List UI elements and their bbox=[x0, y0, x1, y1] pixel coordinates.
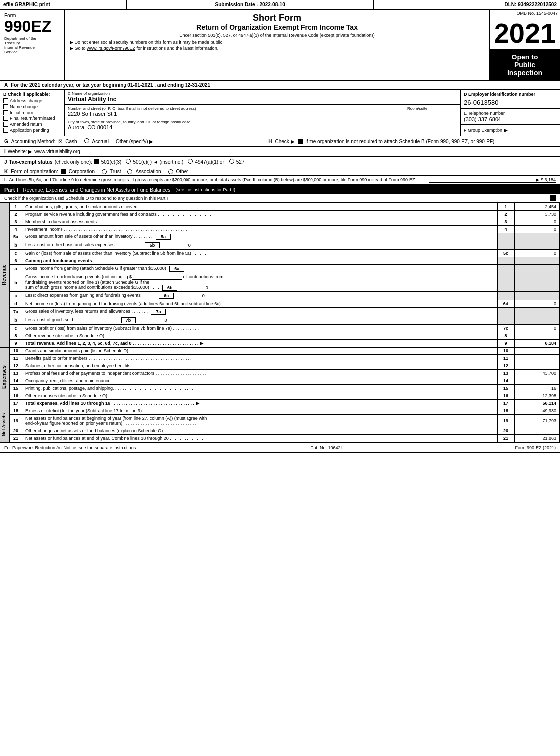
line-num-1: 1 bbox=[10, 203, 22, 211]
expenses-table: 10 Grants and similar amounts paid (list… bbox=[9, 347, 560, 407]
table-row: d Net income or (loss) from gaming and f… bbox=[10, 300, 560, 308]
accrual-radio[interactable] bbox=[84, 138, 89, 143]
address-value: 2220 So Fraser St 1 bbox=[68, 111, 399, 116]
line-desc-9: Total revenue. Add lines 1, 2, 3, 4, 5c,… bbox=[22, 340, 498, 347]
amended-return-checkbox[interactable] bbox=[3, 122, 8, 127]
line-amount-17: 56,114 bbox=[515, 400, 560, 407]
line-col-11: 11 bbox=[498, 355, 515, 362]
line-num-7c: c bbox=[10, 325, 22, 332]
line-col-6b bbox=[498, 273, 515, 292]
line-col-6a bbox=[498, 265, 515, 273]
final-return-checkbox[interactable] bbox=[3, 116, 8, 121]
line-desc-15: Printing, publications, postage, and shi… bbox=[22, 385, 498, 392]
501c3-checkbox[interactable] bbox=[94, 159, 99, 164]
line-num-6b: b bbox=[10, 273, 22, 292]
address-section: Number and street (or P. O. box, if mail… bbox=[65, 105, 460, 118]
org-name-section: C Name of organization Virtual Ability I… bbox=[65, 90, 460, 105]
line-amount-19: 71,793 bbox=[515, 415, 560, 427]
line-num-5a: 5a bbox=[10, 233, 22, 241]
line-col-9: 9 bbox=[498, 340, 515, 347]
address-change-row: Address change bbox=[3, 98, 62, 103]
line-desc-5c: Gain or (loss) from sale of assets other… bbox=[22, 250, 498, 257]
line-num-7a: 7a bbox=[10, 308, 22, 316]
line-amount-6 bbox=[515, 257, 560, 265]
line-desc-2: Program service revenue including govern… bbox=[22, 211, 498, 218]
line-amount-12 bbox=[515, 362, 560, 370]
address-change-checkbox[interactable] bbox=[3, 98, 8, 103]
paperwork-notice: For Paperwork Reduction Act Notice, see … bbox=[4, 445, 137, 450]
table-row: c Gross profit or (loss) from sales of i… bbox=[10, 325, 560, 332]
line-num-18: 18 bbox=[10, 407, 22, 415]
short-form-title: Short Form bbox=[70, 13, 484, 23]
table-row: 11 Benefits paid to or for members . . .… bbox=[10, 355, 560, 362]
table-row: 5a Gross amount from sale of assets othe… bbox=[10, 233, 560, 241]
4947-radio[interactable] bbox=[188, 159, 193, 164]
line-amount-15: 16 bbox=[515, 385, 560, 392]
application-pending-checkbox[interactable] bbox=[3, 128, 8, 133]
line-col-21: 21 bbox=[498, 435, 515, 442]
line-col-1: 1 bbox=[498, 203, 515, 211]
line-amount-7a bbox=[515, 308, 560, 316]
line-amount-16: 12,398 bbox=[515, 392, 560, 400]
part1-header: Part I Revenue, Expenses, and Changes in… bbox=[0, 185, 560, 194]
form-footer-label: Form 990-EZ (2021) bbox=[515, 445, 556, 450]
schedule-o-checkbox[interactable] bbox=[550, 195, 556, 201]
line-col-5b bbox=[498, 241, 515, 250]
final-return-row: Final return/terminated bbox=[3, 116, 62, 121]
line-amount-2: 3,730 bbox=[515, 211, 560, 218]
table-row: b Gross income from fundraising events (… bbox=[10, 273, 560, 292]
table-row: 1 Contributions, gifts, grants, and simi… bbox=[10, 203, 560, 211]
line-col-7a bbox=[498, 308, 515, 316]
line-num-3: 3 bbox=[10, 218, 22, 226]
527-radio[interactable] bbox=[229, 159, 234, 164]
line-amount-3: 0 bbox=[515, 218, 560, 226]
line-col-17: 17 bbox=[498, 400, 515, 407]
line-desc-11: Benefits paid to or for members . . . . … bbox=[22, 355, 498, 362]
line-num-6: 6 bbox=[10, 257, 22, 265]
line-num-6d: d bbox=[10, 300, 22, 308]
table-row: 17 Total expenses. Add lines 10 through … bbox=[10, 400, 560, 407]
line-num-13: 13 bbox=[10, 370, 22, 377]
line-num-5b: b bbox=[10, 241, 22, 250]
name-change-checkbox[interactable] bbox=[3, 104, 8, 109]
corporation-checkbox[interactable] bbox=[61, 169, 66, 174]
line-num-12: 12 bbox=[10, 362, 22, 370]
line-col-3: 3 bbox=[498, 218, 515, 226]
table-row: 16 Other expenses (describe in Schedule … bbox=[10, 392, 560, 400]
c-label: C Name of organization bbox=[68, 91, 457, 96]
website-url[interactable]: www.virtualability.org bbox=[34, 149, 80, 154]
501c-radio[interactable] bbox=[126, 159, 131, 164]
city-section: City or town, state or province, country… bbox=[65, 118, 460, 132]
line-col-10: 10 bbox=[498, 348, 515, 355]
form-org-row: K Form of organization: Corporation Trus… bbox=[0, 167, 560, 176]
d-label: D Employer identification number bbox=[464, 92, 557, 97]
trust-radio[interactable] bbox=[102, 169, 107, 174]
other-radio[interactable] bbox=[168, 169, 173, 174]
line-desc-7a: Gross sales of inventory, less returns a… bbox=[22, 308, 498, 316]
line-desc-7c: Gross profit or (loss) from sales of inv… bbox=[22, 325, 498, 332]
footer-bar: For Paperwork Reduction Act Notice, see … bbox=[0, 442, 560, 452]
open-public-box: Open to Public Inspection bbox=[490, 50, 560, 80]
do-not-enter: ▶ Do not enter social security numbers o… bbox=[70, 40, 484, 45]
line-desc-19: Net assets or fund balances at beginning… bbox=[22, 415, 498, 427]
line-num-7b: b bbox=[10, 316, 22, 325]
tax-exempt-row: J Tax-exempt status (check only one): 50… bbox=[0, 157, 560, 167]
net-assets-section: Net Assets 18 Excess or (deficit) for th… bbox=[0, 407, 560, 442]
initial-return-checkbox[interactable] bbox=[3, 110, 8, 115]
line-desc-13: Professional fees and other payments to … bbox=[22, 370, 498, 377]
line-desc-6c: Less: direct expenses from gaming and fu… bbox=[22, 292, 498, 300]
address-label: Number and street (or P. O. box, if mail… bbox=[68, 106, 399, 111]
line-col-6d: 6d bbox=[498, 300, 515, 308]
website-row: I Website: ▶ www.virtualability.org bbox=[0, 147, 560, 157]
line-num-16: 16 bbox=[10, 392, 22, 400]
line-num-4: 4 bbox=[10, 226, 22, 233]
line-num-5c: c bbox=[10, 250, 22, 257]
expenses-section: Expenses 10 Grants and similar amounts p… bbox=[0, 347, 560, 407]
association-radio[interactable] bbox=[127, 169, 132, 174]
table-row: 12 Salaries, other compensation, and emp… bbox=[10, 362, 560, 370]
table-row: 2 Program service revenue including gove… bbox=[10, 211, 560, 218]
h-checkbox[interactable] bbox=[298, 139, 303, 144]
line-amount-10 bbox=[515, 348, 560, 355]
line-desc-7b: Less: cost of goods sold . . . . . . . .… bbox=[22, 316, 498, 325]
accounting-row: G Accounting Method: ☒ Cash Accrual Othe… bbox=[0, 136, 560, 147]
